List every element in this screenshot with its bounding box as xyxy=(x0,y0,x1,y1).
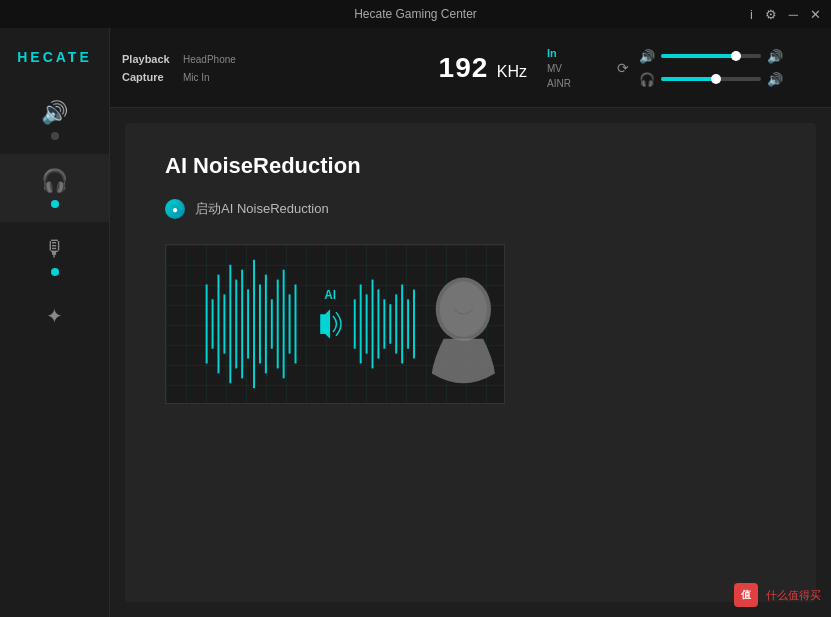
watermark-icon: 值 xyxy=(734,583,758,607)
headphone-dot xyxy=(51,200,59,208)
section-title: AI NoiseReduction xyxy=(165,153,776,179)
volume-controls: 🔊 🔊 🎧 🔊 xyxy=(639,49,819,87)
playback-label: Playback xyxy=(122,53,177,65)
top-bar: Playback HeadPhone Capture Mic In 192 KH… xyxy=(110,28,831,108)
volume-thumb-2[interactable] xyxy=(711,74,721,84)
volume-slider-2[interactable] xyxy=(661,77,761,81)
content-area: Playback HeadPhone Capture Mic In 192 KH… xyxy=(110,28,831,617)
window-title: Hecate Gaming Center xyxy=(354,7,477,21)
speaker-dot xyxy=(51,132,59,140)
sidebar: HECATE 🔊 🎧 🎙 ✦ xyxy=(0,28,110,617)
watermark-text: 什么值得买 xyxy=(766,588,821,603)
waveform-svg: AI xyxy=(166,245,504,403)
watermark: 值 什么值得买 xyxy=(734,583,821,607)
frequency-display: 192 KHz xyxy=(419,52,547,84)
headphone-icon: 🎧 xyxy=(41,168,68,194)
window-controls: i ⚙ ─ ✕ xyxy=(750,8,821,21)
app-body: HECATE 🔊 🎧 🎙 ✦ Playback HeadPhone xyxy=(0,28,831,617)
ai-toggle-label: 启动AI NoiseReduction xyxy=(195,200,329,218)
sidebar-item-headphone[interactable]: 🎧 xyxy=(0,154,109,222)
volume-speaker-icon: 🔊 xyxy=(639,49,655,64)
main-panel: AI NoiseReduction ● 启动AI NoiseReduction xyxy=(125,123,816,602)
volume-thumb-1[interactable] xyxy=(731,51,741,61)
light-icon: ✦ xyxy=(46,304,63,328)
ai-speaker-icon xyxy=(320,309,330,339)
refresh-button[interactable]: ⟳ xyxy=(617,60,629,76)
volume-slider-1[interactable] xyxy=(661,54,761,58)
info-button[interactable]: i xyxy=(750,8,753,21)
toggle-icon-glyph: ● xyxy=(172,204,178,215)
volume-plus-1[interactable]: 🔊 xyxy=(767,49,783,64)
mic-label: Mic In xyxy=(183,72,210,83)
volume-plus-2[interactable]: 🔊 xyxy=(767,72,783,87)
close-button[interactable]: ✕ xyxy=(810,8,821,21)
ai-text: AI xyxy=(324,288,336,302)
logo: HECATE xyxy=(17,48,92,66)
watermark-icon-text: 值 xyxy=(741,588,751,602)
in-label: In xyxy=(547,47,607,59)
speaker-icon: 🔊 xyxy=(41,100,68,126)
freq-unit: KHz xyxy=(497,63,527,80)
device-info: Playback HeadPhone Capture Mic In xyxy=(122,53,419,83)
headphone-label: HeadPhone xyxy=(183,54,236,65)
settings-button[interactable]: ⚙ xyxy=(765,8,777,21)
mic-dot xyxy=(51,268,59,276)
microphone-icon: 🎙 xyxy=(44,236,66,262)
right-waveform xyxy=(355,280,414,369)
neck-silhouette xyxy=(432,339,495,383)
ainr-label: AINR xyxy=(547,78,607,89)
waveform-container: AI xyxy=(165,244,505,404)
title-bar: Hecate Gaming Center i ⚙ ─ ✕ xyxy=(0,0,831,28)
sidebar-item-light[interactable]: ✦ xyxy=(0,290,109,344)
freq-value: 192 xyxy=(439,52,489,83)
sidebar-item-speaker[interactable]: 🔊 xyxy=(0,86,109,154)
head-inner xyxy=(440,282,487,337)
left-waveform xyxy=(207,260,296,388)
mv-label: MV xyxy=(547,63,607,74)
speaker-wave-1 xyxy=(333,316,336,332)
ai-toggle-row[interactable]: ● 启动AI NoiseReduction xyxy=(165,199,776,219)
minimize-button[interactable]: ─ xyxy=(789,8,798,21)
ai-toggle-icon: ● xyxy=(165,199,185,219)
right-device-info: In MV AINR xyxy=(547,47,607,89)
logo-text: HECATE xyxy=(17,49,92,65)
headphone-vol-icon: 🎧 xyxy=(639,72,655,87)
sidebar-item-microphone[interactable]: 🎙 xyxy=(0,222,109,290)
volume-fill-2 xyxy=(661,77,716,81)
volume-fill-1 xyxy=(661,54,736,58)
capture-label: Capture xyxy=(122,71,177,83)
volume-row-1: 🔊 🔊 xyxy=(639,49,819,64)
volume-row-2: 🎧 🔊 xyxy=(639,72,819,87)
